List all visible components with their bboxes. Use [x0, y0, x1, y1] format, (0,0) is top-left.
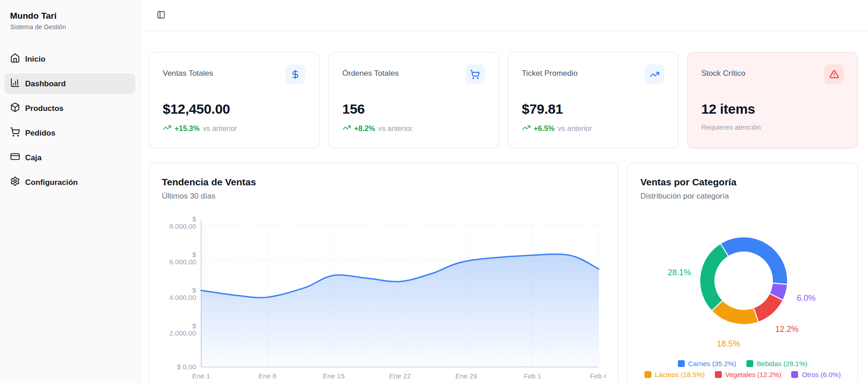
sidebar-item-label: Caja	[25, 153, 42, 163]
sidebar-item-dashboard[interactable]: Dashboard	[5, 73, 135, 94]
legend-item[interactable]: Carnes (35.2%)	[678, 360, 736, 367]
legend-swatch	[678, 360, 685, 367]
category-sales-card: Ventas por Categoría Distribución por ca…	[627, 163, 858, 383]
topbar	[140, 0, 868, 31]
stat-title: Órdenes Totales	[342, 64, 399, 78]
svg-text:28.1%: 28.1%	[668, 268, 691, 277]
trending-up-icon	[342, 123, 351, 134]
stat-card-ordenes-totales: Órdenes Totales 156 +8.2% vs anterior	[328, 52, 499, 148]
shopping-cart-icon	[10, 127, 20, 139]
svg-text:$ 0,00: $ 0,00	[177, 363, 196, 371]
trend-value: +6.5%	[534, 125, 555, 133]
svg-text:6.0%: 6.0%	[797, 294, 815, 303]
sidebar-nav: Inicio Dashboard Productos Pedidos Caja …	[5, 49, 135, 193]
donut-segment-bebidas	[700, 244, 729, 311]
svg-text:Ene 1: Ene 1	[192, 372, 210, 380]
trend-value: +15.3%	[175, 125, 200, 133]
legend-item[interactable]: Bebidas (28.1%)	[746, 360, 808, 367]
trending-up-icon	[644, 64, 664, 84]
trend-suffix: vs anterior	[203, 125, 237, 133]
stat-card-ticket-promedio: Ticket Promedio $79.81 +6.5% vs anterior	[508, 52, 679, 148]
svg-text:$8.000,00: $8.000,00	[170, 215, 197, 230]
panel-left-icon	[157, 10, 165, 21]
donut-segment-vegetales	[753, 294, 783, 322]
main-area: Ventas Totales $12,450.00 +15.3% vs ante…	[140, 0, 868, 383]
sidebar-item-label: Inicio	[25, 55, 45, 64]
alert-triangle-icon	[824, 64, 844, 84]
trend-suffix: vs anterior	[378, 125, 413, 133]
sidebar-item-label: Configuración	[25, 178, 78, 187]
stat-card-ventas-totales: Ventas Totales $12,450.00 +15.3% vs ante…	[149, 52, 320, 148]
svg-text:$6.000,00: $6.000,00	[170, 251, 197, 266]
svg-text:18.5%: 18.5%	[717, 339, 740, 348]
package-icon	[10, 102, 20, 115]
legend-swatch	[791, 371, 798, 378]
chart-title: Tendencia de Ventas	[162, 177, 605, 188]
sidebar-item-pedidos[interactable]: Pedidos	[5, 123, 135, 143]
dashboard-content: Ventas Totales $12,450.00 +15.3% vs ante…	[140, 31, 868, 383]
legend-swatch	[644, 371, 651, 378]
stat-title: Ventas Totales	[163, 64, 213, 78]
legend-label: Vegetales (12.2%)	[725, 371, 782, 378]
svg-text:Ene 8: Ene 8	[258, 372, 276, 380]
svg-text:$4.000,00: $4.000,00	[170, 286, 197, 301]
chart-subtitle: Distribución por categoría	[640, 192, 845, 201]
category-legend: Carnes (35.2%)Bebidas (28.1%)Lácteos (18…	[640, 360, 845, 378]
stat-value: 12 items	[701, 101, 844, 117]
stat-card-stock-critico: Stock Crítico 12 items Requieren atenció…	[687, 52, 858, 148]
sidebar-item-label: Productos	[25, 104, 64, 113]
svg-text:Ene 15: Ene 15	[323, 372, 345, 380]
legend-swatch	[746, 360, 753, 367]
legend-swatch	[715, 371, 722, 378]
sales-trend-chart: Ene 1Ene 8Ene 15Ene 22Ene 29Feb 1Feb 4$8…	[162, 211, 605, 383]
app-subtitle: Sistema de Gestión	[10, 23, 130, 31]
chart-subtitle: Últimos 30 días	[162, 192, 605, 201]
svg-text:12.2%: 12.2%	[775, 325, 799, 334]
trending-up-icon	[163, 123, 171, 134]
legend-label: Bebidas (28.1%)	[757, 360, 808, 367]
sidebar-item-caja[interactable]: Caja	[5, 147, 135, 168]
donut-segment-carnes	[720, 237, 788, 284]
stat-value: $12,450.00	[163, 101, 305, 117]
trend-suffix: vs anterior	[558, 125, 592, 133]
app-root: Mundo Tari Sistema de Gestión Inicio Das…	[0, 0, 868, 383]
app-title: Mundo Tari	[10, 11, 130, 21]
stat-value: 156	[342, 101, 485, 117]
trending-up-icon	[522, 123, 531, 134]
legend-label: Lácteos (18.5%)	[655, 371, 705, 378]
sales-trend-card: Tendencia de Ventas Últimos 30 días Ene …	[149, 163, 618, 383]
credit-card-icon	[10, 152, 20, 164]
svg-text:Ene 22: Ene 22	[389, 372, 411, 380]
legend-item[interactable]: Vegetales (12.2%)	[715, 371, 782, 378]
legend-label: Carnes (35.2%)	[688, 360, 736, 367]
trend-value: +8.2%	[354, 125, 375, 133]
stat-title: Stock Crítico	[701, 64, 745, 78]
charts-row: Tendencia de Ventas Últimos 30 días Ene …	[149, 163, 858, 383]
shopping-cart-icon	[465, 64, 485, 84]
sidebar-item-label: Pedidos	[25, 129, 55, 138]
sidebar-item-productos[interactable]: Productos	[5, 98, 135, 119]
home-icon	[10, 53, 20, 65]
stat-value: $79.81	[522, 101, 665, 117]
sidebar-item-configuracion[interactable]: Configuración	[5, 172, 135, 193]
category-donut-chart: 6.0%12.2%18.5%28.1%	[640, 211, 845, 355]
svg-text:Feb 1: Feb 1	[524, 372, 541, 380]
sidebar-item-inicio[interactable]: Inicio	[5, 49, 135, 69]
dollar-sign-icon	[286, 64, 305, 84]
brand: Mundo Tari Sistema de Gestión	[5, 9, 135, 31]
svg-text:Ene 29: Ene 29	[455, 372, 477, 380]
svg-text:$2.000,00: $2.000,00	[170, 322, 197, 337]
legend-label: Otros (6.0%)	[802, 371, 841, 378]
sidebar-toggle-button[interactable]	[152, 7, 170, 24]
sidebar: Mundo Tari Sistema de Gestión Inicio Das…	[0, 0, 140, 383]
svg-text:Feb 4: Feb 4	[590, 372, 606, 380]
stat-subtitle: Requieren atención	[701, 123, 844, 131]
legend-item[interactable]: Otros (6.0%)	[791, 371, 841, 378]
chart-title: Ventas por Categoría	[640, 177, 845, 188]
stat-title: Ticket Promedio	[522, 64, 578, 78]
legend-item[interactable]: Lácteos (18.5%)	[644, 371, 705, 378]
bar-chart-icon	[10, 78, 20, 90]
sidebar-item-label: Dashboard	[25, 79, 66, 89]
stats-row: Ventas Totales $12,450.00 +15.3% vs ante…	[149, 52, 858, 148]
settings-icon	[10, 176, 20, 189]
